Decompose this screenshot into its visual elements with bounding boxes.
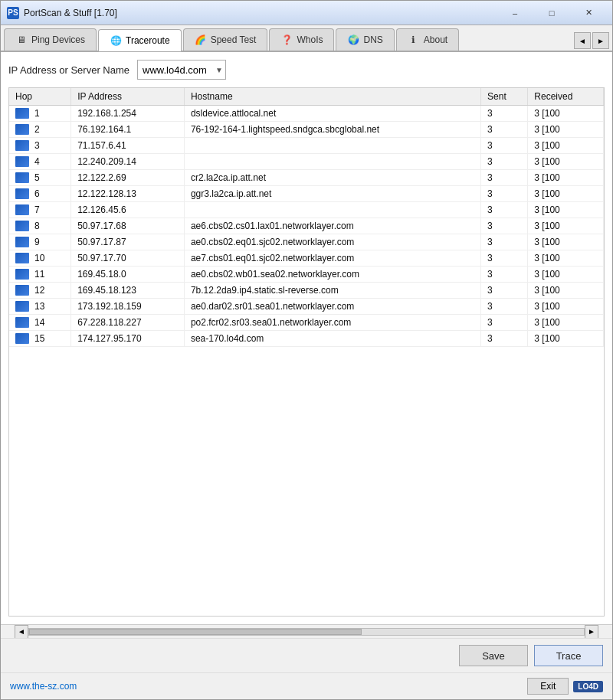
window-title: PortScan & Stuff [1.70] — [24, 8, 497, 18]
tab-prev-button[interactable]: ◄ — [574, 32, 591, 49]
table-row: 412.240.209.1433 [100 — [9, 154, 604, 170]
input-row: IP Address or Server Name www.lo4d.com ▼ — [8, 60, 605, 80]
cell-sent: 3 — [481, 250, 528, 267]
cell-sent: 3 — [481, 299, 528, 315]
server-input[interactable]: www.lo4d.com — [137, 60, 226, 80]
ping-tab-icon: 🖥 — [15, 34, 28, 46]
col-hop: Hop — [9, 88, 71, 106]
table-row: 13173.192.18.159ae0.dar02.sr01.sea01.net… — [9, 299, 604, 315]
save-button[interactable]: Save — [459, 645, 528, 666]
cell-ip: 50.97.17.70 — [71, 250, 185, 267]
tab-whois[interactable]: ❓ WhoIs — [269, 28, 334, 51]
tab-speedtest[interactable]: 🌈 Speed Test — [183, 28, 268, 51]
exit-button[interactable]: Exit — [527, 678, 569, 695]
cell-hostname — [184, 202, 480, 218]
cell-ip: 12.240.209.14 — [71, 154, 185, 170]
tab-whois-label: WhoIs — [297, 34, 323, 45]
cell-sent: 3 — [481, 170, 528, 186]
cell-received: 3 [100 — [528, 170, 604, 186]
cell-hostname: 76-192-164-1.lightspeed.sndgca.sbcglobal… — [184, 122, 480, 138]
cell-hop: 5 — [9, 170, 71, 186]
col-ip: IP Address — [71, 88, 185, 106]
tab-about[interactable]: ℹ About — [396, 28, 459, 51]
table-row: 512.122.2.69cr2.la2ca.ip.att.net33 [100 — [9, 170, 604, 186]
cell-hostname — [184, 138, 480, 154]
cell-received: 3 [100 — [528, 234, 604, 250]
cell-hostname: ae7.cbs01.eq01.sjc02.networklayer.com — [184, 250, 480, 267]
col-received: Received — [528, 88, 604, 106]
tab-next-button[interactable]: ► — [592, 32, 609, 49]
app-icon: PS — [7, 7, 19, 19]
cell-received: 3 [100 — [528, 106, 604, 122]
traceroute-tab-icon: 🌐 — [110, 34, 122, 47]
input-label: IP Address or Server Name — [8, 64, 129, 76]
table-row: 712.126.45.633 [100 — [9, 202, 604, 218]
scrollbar-thumb[interactable] — [29, 629, 362, 635]
cell-hop: 15 — [9, 331, 71, 347]
server-input-wrapper: www.lo4d.com ▼ — [137, 60, 226, 80]
tab-dns[interactable]: 🌍 DNS — [336, 28, 394, 51]
cell-received: 3 [100 — [528, 250, 604, 267]
website-link[interactable]: www.the-sz.com — [10, 681, 77, 692]
title-bar: PS PortScan & Stuff [1.70] – □ ✕ — [1, 1, 612, 25]
cell-sent: 3 — [481, 267, 528, 283]
cell-ip: 50.97.17.68 — [71, 218, 185, 234]
tab-about-label: About — [424, 34, 447, 45]
table-header: Hop IP Address Hostname Sent Received — [9, 88, 604, 106]
cell-sent: 3 — [481, 234, 528, 250]
table-body: 1192.168.1.254dsldevice.attlocal.net33 [… — [9, 106, 604, 347]
table-row: 1467.228.118.227po2.fcr02.sr03.sea01.net… — [9, 315, 604, 331]
cell-received: 3 [100 — [528, 315, 604, 331]
cell-hop: 9 — [9, 234, 71, 250]
cell-received: 3 [100 — [528, 299, 604, 315]
cell-ip: 169.45.18.123 — [71, 283, 185, 299]
cell-hostname: ggr3.la2ca.ip.att.net — [184, 186, 480, 202]
cell-received: 3 [100 — [528, 186, 604, 202]
cell-hop: 1 — [9, 106, 71, 122]
table-row: 850.97.17.68ae6.cbs02.cs01.lax01.network… — [9, 218, 604, 234]
cell-hostname: ae0.cbs02.eq01.sjc02.networklayer.com — [184, 234, 480, 250]
app-icon-letter: PS — [8, 8, 18, 17]
tab-traceroute[interactable]: 🌐 Traceroute — [98, 29, 182, 51]
trace-button[interactable]: Trace — [534, 645, 603, 666]
cell-hostname: cr2.la2ca.ip.att.net — [184, 170, 480, 186]
table-row: 612.122.128.13ggr3.la2ca.ip.att.net33 [1… — [9, 186, 604, 202]
cell-hostname: po2.fcr02.sr03.sea01.networklayer.com — [184, 315, 480, 331]
content-area: IP Address or Server Name www.lo4d.com ▼… — [1, 52, 612, 624]
cell-ip: 12.122.2.69 — [71, 170, 185, 186]
scroll-right-button[interactable]: ► — [585, 625, 598, 639]
cell-sent: 3 — [481, 315, 528, 331]
window-controls: – □ ✕ — [497, 4, 606, 22]
table-row: 15174.127.95.170sea-170.lo4d.com33 [100 — [9, 331, 604, 347]
table-row: 276.192.164.176-192-164-1.lightspeed.snd… — [9, 122, 604, 138]
table-row: 11169.45.18.0ae0.cbs02.wb01.sea02.networ… — [9, 267, 604, 283]
scrollbar-track[interactable] — [28, 628, 585, 636]
cell-hop: 2 — [9, 122, 71, 138]
cell-hostname: dsldevice.attlocal.net — [184, 106, 480, 122]
horizontal-scrollbar[interactable]: ◄ ► — [1, 624, 612, 638]
cell-hostname: ae0.dar02.sr01.sea01.networklayer.com — [184, 299, 480, 315]
table-header-row: Hop IP Address Hostname Sent Received — [9, 88, 604, 106]
table-row: 950.97.17.87ae0.cbs02.eq01.sjc02.network… — [9, 234, 604, 250]
cell-ip: 12.126.45.6 — [71, 202, 185, 218]
cell-hop: 13 — [9, 299, 71, 315]
table-row: 1192.168.1.254dsldevice.attlocal.net33 [… — [9, 106, 604, 122]
footer-exit-area: Exit LO4D — [527, 678, 603, 695]
maximize-button[interactable]: □ — [534, 4, 569, 22]
cell-sent: 3 — [481, 283, 528, 299]
close-button[interactable]: ✕ — [571, 4, 606, 22]
cell-hostname: ae6.cbs02.cs01.lax01.networklayer.com — [184, 218, 480, 234]
speedtest-tab-icon: 🌈 — [195, 34, 207, 46]
cell-hop: 14 — [9, 315, 71, 331]
cell-ip: 67.228.118.227 — [71, 315, 185, 331]
cell-received: 3 [100 — [528, 122, 604, 138]
scroll-left-button[interactable]: ◄ — [15, 625, 28, 639]
minimize-button[interactable]: – — [497, 4, 533, 22]
cell-hostname: 7b.12.2da9.ip4.static.sl-reverse.com — [184, 283, 480, 299]
cell-received: 3 [100 — [528, 283, 604, 299]
col-sent: Sent — [481, 88, 528, 106]
cell-ip: 174.127.95.170 — [71, 331, 185, 347]
cell-received: 3 [100 — [528, 202, 604, 218]
cell-hop: 4 — [9, 154, 71, 170]
tab-ping[interactable]: 🖥 Ping Devices — [4, 28, 97, 51]
